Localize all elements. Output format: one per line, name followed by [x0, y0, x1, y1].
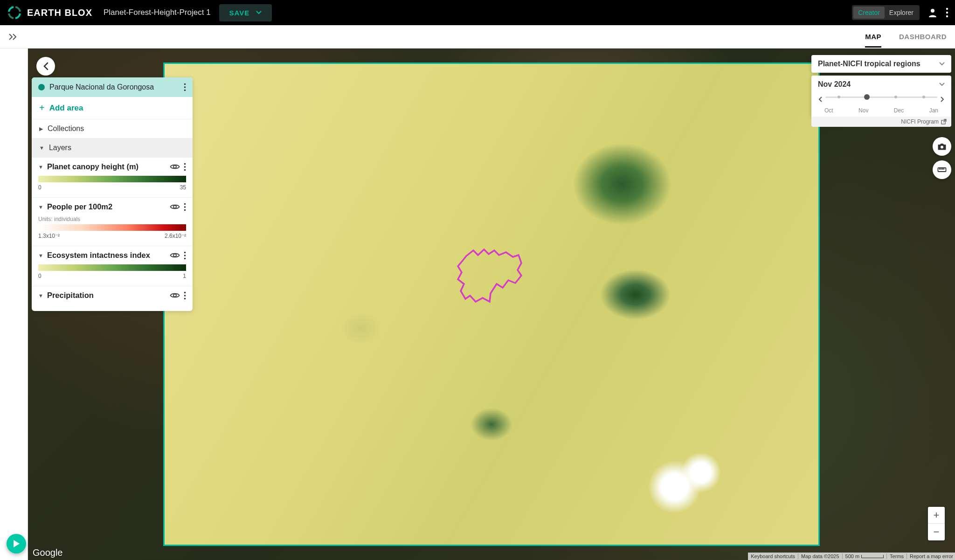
layer-menu-icon[interactable]	[184, 203, 186, 211]
map-attribution: Keyboard shortcuts Map data ©2025 500 m …	[748, 553, 955, 560]
svg-point-16	[184, 251, 186, 253]
visibility-toggle-icon[interactable]	[170, 252, 180, 259]
zoom-in-button[interactable]: +	[928, 507, 945, 524]
mode-creator[interactable]: Creator	[853, 7, 885, 19]
layer-menu-icon[interactable]	[184, 251, 186, 260]
layer-units: Units: individuals	[38, 216, 186, 222]
save-label: SAVE	[229, 9, 250, 17]
layer-title: People per 100m2	[47, 202, 166, 211]
layer-title: Ecosystem intactness index	[47, 251, 166, 260]
save-button[interactable]: SAVE	[219, 4, 272, 21]
nicfi-program-link[interactable]: NICFI Program	[811, 117, 951, 127]
legend-min: 0	[38, 273, 42, 279]
layer-card: ▼ Ecosystem intactness index 0 1	[32, 246, 193, 286]
chevron-down-icon	[939, 83, 945, 86]
svg-point-4	[184, 83, 186, 85]
expanded-triangle-icon: ▼	[38, 293, 43, 298]
project-name[interactable]: Planet-Forest-Height-Project 1	[104, 8, 211, 17]
legend-gradient	[38, 224, 186, 231]
mode-toggle[interactable]: Creator Explorer	[852, 5, 920, 20]
visibility-toggle-icon[interactable]	[170, 203, 180, 210]
timeline-handle[interactable]	[864, 94, 870, 100]
visibility-toggle-icon[interactable]	[170, 163, 180, 170]
tab-map[interactable]: MAP	[865, 33, 881, 48]
map-canvas[interactable]: Parque Nacional da Gorongosa + Add area …	[28, 48, 955, 560]
legend-gradient	[38, 264, 186, 271]
add-area-button[interactable]: + Add area	[32, 97, 193, 119]
expanded-triangle-icon: ▼	[38, 204, 43, 210]
expanded-triangle-icon: ▼	[38, 164, 43, 170]
report-error-link[interactable]: Report a map error	[907, 553, 953, 559]
svg-point-5	[184, 86, 186, 88]
svg-point-0	[931, 9, 934, 13]
section-collections[interactable]: ▶ Collections	[32, 119, 193, 138]
legend-max: 2.6x10⁻²	[165, 233, 186, 239]
timeline-next-icon[interactable]	[938, 96, 947, 103]
layer-menu-icon[interactable]	[184, 291, 186, 300]
visibility-toggle-icon[interactable]	[170, 292, 180, 299]
svg-point-8	[184, 163, 186, 165]
legend-max: 35	[180, 184, 186, 191]
svg-point-15	[173, 254, 176, 257]
expanded-triangle-icon: ▼	[39, 145, 44, 151]
svg-point-18	[184, 257, 186, 259]
aoi-outline	[452, 247, 527, 307]
svg-point-21	[184, 295, 186, 297]
area-row[interactable]: Parque Nacional da Gorongosa	[32, 77, 193, 97]
svg-point-1	[946, 8, 948, 10]
external-link-icon	[941, 119, 947, 124]
timeline-label: Dec	[894, 107, 904, 114]
kebab-menu-icon[interactable]	[946, 7, 948, 18]
region-value: Planet-NICFI tropical regions	[818, 60, 920, 68]
zoom-control: + −	[928, 507, 945, 540]
svg-point-19	[173, 294, 176, 297]
legend-max: 1	[183, 273, 186, 279]
svg-point-3	[946, 15, 948, 17]
map-data-label: Map data ©2025	[798, 553, 839, 559]
timeline-label: Jan	[929, 107, 938, 114]
legend-min: 0	[38, 184, 42, 191]
area-color-dot	[38, 84, 45, 90]
svg-rect-25	[938, 168, 946, 172]
collapsed-triangle-icon: ▶	[39, 126, 43, 132]
timeline-prev-icon[interactable]	[816, 96, 824, 103]
layer-card: ▼ Planet canopy height (m) 0 35	[32, 157, 193, 197]
area-menu-icon[interactable]	[184, 83, 186, 91]
svg-point-6	[184, 90, 186, 91]
svg-point-11	[173, 206, 176, 208]
layers-label: Layers	[49, 144, 71, 152]
user-icon[interactable]	[927, 7, 938, 18]
mode-explorer[interactable]: Explorer	[885, 7, 918, 19]
timeline[interactable]	[816, 91, 947, 107]
svg-point-12	[184, 203, 186, 205]
layer-card: ▼ Precipitation	[32, 286, 193, 311]
svg-point-2	[946, 12, 948, 14]
date-value: Nov 2024	[818, 80, 851, 89]
section-layers[interactable]: ▼ Layers	[32, 138, 193, 157]
legend-gradient	[38, 176, 186, 182]
svg-point-14	[184, 209, 186, 211]
tab-dashboard[interactable]: DASHBOARD	[899, 33, 947, 41]
left-rail	[0, 48, 28, 560]
brand-logo[interactable]: EARTH BLOX	[7, 5, 92, 21]
screenshot-button[interactable]	[933, 137, 951, 156]
add-area-label: Add area	[49, 104, 83, 113]
logo-icon	[7, 5, 22, 21]
date-selector[interactable]: Nov 2024	[811, 76, 951, 117]
layer-card: ▼ People per 100m2 Units: individuals 1.…	[32, 197, 193, 246]
scale-label: 500 m	[842, 553, 884, 559]
keyboard-shortcuts-link[interactable]: Keyboard shortcuts	[750, 553, 795, 559]
svg-point-17	[184, 255, 186, 256]
layer-menu-icon[interactable]	[184, 163, 186, 171]
back-button[interactable]	[36, 57, 55, 76]
expand-panel-icon[interactable]	[8, 33, 18, 41]
zoom-out-button[interactable]: −	[928, 524, 945, 540]
svg-point-10	[184, 169, 186, 171]
play-button[interactable]	[7, 534, 26, 553]
layer-title: Precipitation	[47, 291, 166, 300]
terms-link[interactable]: Terms	[886, 553, 904, 559]
region-selector[interactable]: Planet-NICFI tropical regions	[811, 55, 951, 73]
measure-button[interactable]	[933, 160, 951, 179]
svg-point-13	[184, 206, 186, 208]
area-name: Parque Nacional da Gorongosa	[49, 83, 179, 91]
